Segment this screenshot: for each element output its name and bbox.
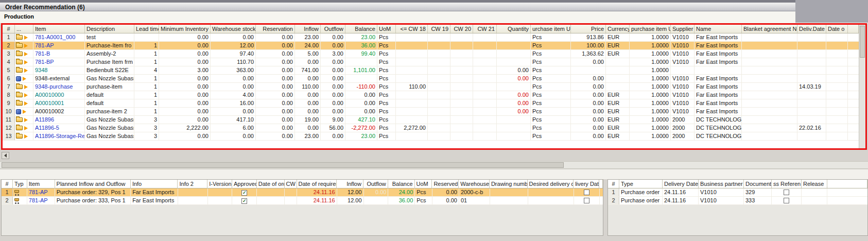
column-header-uom2[interactable]: urchase item UoM pu xyxy=(531,25,571,33)
column-header-num[interactable]: # xyxy=(2,180,13,188)
column-header-uom[interactable]: UoM xyxy=(415,180,432,188)
column-header-inflow[interactable]: Inflow xyxy=(295,25,321,33)
column-header-currency[interactable]: Currency xyxy=(606,25,630,33)
column-header-date_req[interactable]: Date of requiren xyxy=(297,180,337,188)
recommendation-row[interactable]: 2781-APPurchase-Item fro10.0012.000.0024… xyxy=(3,42,859,50)
column-header-icons[interactable]: ... xyxy=(15,25,33,33)
planned-item-link[interactable]: 781-AP xyxy=(27,188,55,196)
recommendation-row-number[interactable]: 6 xyxy=(3,75,15,82)
vertical-scrollbar[interactable] xyxy=(859,25,865,148)
recommendation-item-link[interactable]: 781-B xyxy=(33,50,85,58)
recommendation-row[interactable]: 10A00010002purchase-item 210.000.000.000… xyxy=(3,108,859,116)
column-header-min_inv[interactable]: Minimum Inventory xyxy=(159,25,211,33)
column-header-outflow[interactable]: Outflow xyxy=(363,180,388,188)
column-header-stock[interactable]: Warehouse stock xyxy=(211,25,256,33)
approved-checkbox[interactable]: ✓ xyxy=(241,198,247,204)
column-header-type[interactable]: Type xyxy=(619,180,663,188)
horizontal-scrollbar[interactable] xyxy=(0,161,868,169)
column-header-doc[interactable]: Document xyxy=(744,180,772,188)
link-arrow-icon[interactable] xyxy=(24,36,28,40)
recommendation-item-link[interactable]: 781-BP xyxy=(33,58,85,66)
column-header-drawing[interactable]: Drawing number xyxy=(490,180,528,188)
column-header-qty[interactable]: Quantity xyxy=(497,25,531,33)
recommendation-row[interactable]: 69348-externalGas Nozzle Subasse10.000.0… xyxy=(3,75,859,83)
scroll-left-button[interactable] xyxy=(2,152,9,159)
document-row[interactable]: 1Purchase order24.11.16V1010329 xyxy=(608,188,867,197)
column-header-num[interactable]: # xyxy=(608,180,619,188)
link-arrow-icon[interactable] xyxy=(24,44,28,48)
recommendation-row-number[interactable]: 1 xyxy=(3,33,15,41)
column-header-cw21[interactable]: CW 21 xyxy=(473,25,497,33)
link-arrow-icon[interactable] xyxy=(23,110,26,114)
link-arrow-icon[interactable] xyxy=(24,52,28,56)
link-arrow-icon[interactable] xyxy=(24,68,28,73)
recommendation-row[interactable]: 12A11896-5Gas Nozzle Subasse32,222.006.0… xyxy=(3,124,859,132)
dcheck-checkbox[interactable] xyxy=(584,190,589,195)
column-header-cw18[interactable]: <= CW 18 xyxy=(396,25,428,33)
column-header-desired[interactable]: Desired delivery date xyxy=(528,180,574,188)
recommendation-item-link[interactable]: 9348-external xyxy=(33,75,85,82)
link-arrow-icon[interactable] xyxy=(24,126,28,130)
dcheck-checkbox[interactable] xyxy=(584,198,589,203)
column-header-desc[interactable]: Description xyxy=(85,25,134,33)
column-header-item[interactable]: Item xyxy=(27,180,55,188)
recommendation-row[interactable]: 79348-purchasepurchase-item10.000.000.00… xyxy=(3,83,859,91)
link-arrow-icon[interactable] xyxy=(24,134,28,139)
recommendation-row[interactable]: 59348Bedienbult S22E43.00363.000.00741.0… xyxy=(3,66,859,75)
column-header-unit[interactable]: purchase item Unit xyxy=(630,25,671,33)
column-header-ref[interactable]: ss Referen xyxy=(772,180,802,188)
recommendation-row[interactable]: 4781-BPPurchase Item frm10.00110.700.000… xyxy=(3,58,859,66)
column-header-name[interactable]: Name xyxy=(695,25,742,33)
planned-row[interactable]: 1781-APPurchase order: 329, Pos 1Far Eas… xyxy=(2,188,603,197)
column-header-warehouse[interactable]: Warehouse xyxy=(459,180,490,188)
recommendation-row-number[interactable]: 9 xyxy=(3,99,15,107)
document-row-number[interactable]: 2 xyxy=(608,197,619,204)
column-header-partner[interactable]: Business partner xyxy=(699,180,744,188)
recommendation-row[interactable]: 3781-BAssembly-210.0097.400.005.003.0099… xyxy=(3,50,859,58)
recommendation-item-link[interactable]: 9348-purchase xyxy=(33,83,85,91)
column-header-info[interactable]: Info xyxy=(131,180,178,188)
recommendation-item-link[interactable]: 781-AP xyxy=(33,42,85,49)
column-header-num[interactable]: # xyxy=(3,25,15,33)
column-header-dcheck[interactable]: livery Date C xyxy=(574,180,599,188)
horizontal-scrollbar-thumb[interactable] xyxy=(2,162,564,168)
recommendation-row[interactable]: 1781-A0001_000test0.000.000.0023.000.002… xyxy=(3,33,859,42)
recommendation-row-number[interactable]: 13 xyxy=(3,132,15,140)
planned-row-number[interactable]: 2 xyxy=(2,197,13,204)
column-header-cw[interactable]: CW xyxy=(285,180,297,188)
column-header-resv[interactable]: Reservation xyxy=(256,25,295,33)
column-header-cw19[interactable]: CW 19 xyxy=(428,25,450,33)
link-arrow-icon[interactable] xyxy=(24,101,28,106)
column-header-uom[interactable]: UoM xyxy=(377,25,396,33)
link-arrow-icon[interactable] xyxy=(24,85,28,89)
column-header-balance[interactable]: Balance xyxy=(388,180,415,188)
link-arrow-icon[interactable] xyxy=(24,118,28,122)
approved-checkbox[interactable]: ✓ xyxy=(241,190,247,196)
recommendation-item-link[interactable]: A11896-5 xyxy=(33,124,85,132)
column-header-deliv[interactable]: Delivery Date xyxy=(663,180,699,188)
recommendation-row-number[interactable]: 10 xyxy=(3,108,15,115)
link-arrow-icon[interactable] xyxy=(24,93,28,97)
column-header-balance[interactable]: Balance xyxy=(345,25,377,33)
recommendation-row-number[interactable]: 11 xyxy=(3,116,15,124)
recommendation-row-number[interactable]: 5 xyxy=(3,66,15,74)
ref-checkbox[interactable] xyxy=(784,198,789,203)
window-titlebar[interactable]: Order Recommendation (6) xyxy=(0,0,868,11)
column-header-iversion[interactable]: I-Version xyxy=(207,180,232,188)
column-header-outflow[interactable]: Outflow xyxy=(321,25,345,33)
vertical-scrollbar-thumb[interactable] xyxy=(860,26,865,58)
planned-item-link[interactable]: 781-AP xyxy=(27,197,55,204)
column-header-date_order[interactable]: Date of order xyxy=(257,180,285,188)
column-header-blanket[interactable]: Blanket agreement Numbe xyxy=(742,25,797,33)
column-header-item[interactable]: Item xyxy=(33,25,85,33)
recommendation-row-number[interactable]: 7 xyxy=(3,83,15,91)
recommendation-item-link[interactable]: A11896-Storage-Rela xyxy=(33,132,85,140)
column-header-supplier[interactable]: Supplier xyxy=(671,25,695,33)
recommendation-item-link[interactable]: 9348 xyxy=(33,66,85,74)
recommendation-row[interactable]: 8A00010000default10.004.000.000.000.000.… xyxy=(3,91,859,99)
column-header-reserved[interactable]: Reserved xyxy=(432,180,459,188)
column-header-deliv[interactable]: Deliv.Date xyxy=(797,25,826,33)
recommendation-row[interactable]: 13A11896-Storage-RelaGas Nozzle Subasse3… xyxy=(3,132,859,141)
column-header-price[interactable]: Price xyxy=(571,25,606,33)
recommendation-item-link[interactable]: 781-A0001_000 xyxy=(33,33,85,41)
